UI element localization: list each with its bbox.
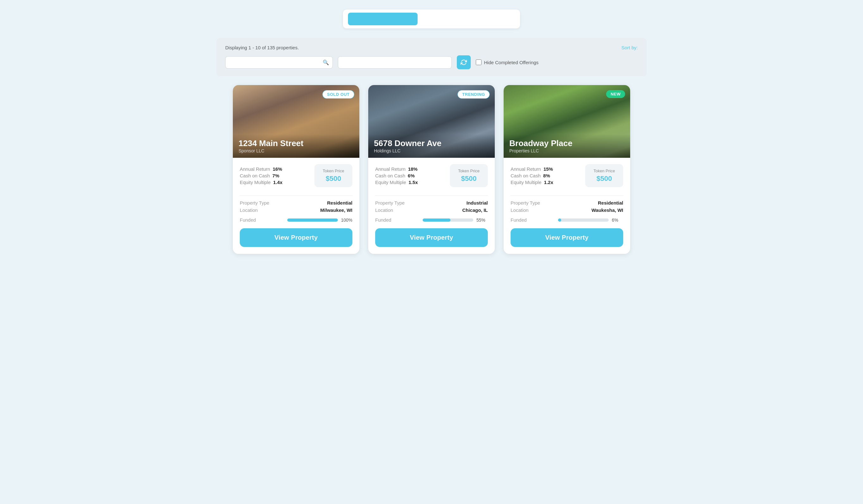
location-row: Location Chicago, IL bbox=[375, 207, 488, 213]
card-property-details: Property Type Industrial Location Chicag… bbox=[375, 200, 488, 213]
hide-completed-checkbox[interactable] bbox=[476, 60, 481, 65]
refresh-button[interactable] bbox=[457, 55, 471, 69]
equity-multiple-label: Equity Multiple bbox=[511, 180, 541, 185]
card-footer: View Property bbox=[504, 228, 630, 254]
card-sponsor: Holdings LLC bbox=[374, 148, 489, 153]
property-card: TRENDING 5678 Downer Ave Holdings LLC An… bbox=[368, 85, 495, 254]
location-value: Milwaukee, WI bbox=[320, 207, 352, 213]
top-search-blue-block bbox=[348, 13, 417, 25]
card-divider bbox=[511, 196, 623, 196]
property-type-value: Residential bbox=[327, 200, 352, 205]
annual-return-row: Annual Return 18% bbox=[375, 166, 418, 172]
token-price-box: Token Price $500 bbox=[450, 164, 488, 187]
location-label: Location bbox=[511, 207, 529, 213]
equity-multiple-row: Equity Multiple 1.2x bbox=[511, 180, 553, 185]
equity-multiple-value: 1.4x bbox=[273, 180, 283, 185]
equity-multiple-row: Equity Multiple 1.5x bbox=[375, 180, 418, 185]
card-title-area: 1234 Main Street Sponsor LLC bbox=[233, 134, 359, 158]
card-stats: Annual Return 16% Cash on Cash 7% Equity… bbox=[240, 166, 283, 185]
cash-on-cash-value: 7% bbox=[272, 173, 279, 178]
equity-multiple-label: Equity Multiple bbox=[240, 180, 271, 185]
card-property-details: Property Type Residential Location Wauke… bbox=[511, 200, 623, 213]
card-property-name: Broadway Place bbox=[509, 138, 624, 148]
location-label: Location bbox=[240, 207, 258, 213]
property-type-label: Property Type bbox=[375, 200, 404, 205]
annual-return-value: 15% bbox=[543, 166, 553, 172]
card-image-wrap: NEW Broadway Place Properties LLC bbox=[504, 85, 630, 158]
token-price-label: Token Price bbox=[457, 168, 481, 173]
funded-row: Funded 55% bbox=[375, 217, 488, 223]
annual-return-value: 18% bbox=[408, 166, 417, 172]
card-metrics: Annual Return 18% Cash on Cash 6% Equity… bbox=[375, 164, 488, 187]
property-type-value: Residential bbox=[598, 200, 623, 205]
filter-bar: Displaying 1 - 10 of 135 properties. Sor… bbox=[216, 38, 647, 76]
cards-grid: SOLD OUT 1234 Main Street Sponsor LLC An… bbox=[210, 85, 653, 254]
card-divider bbox=[240, 196, 352, 196]
funded-row: Funded 100% bbox=[240, 217, 352, 223]
annual-return-value: 16% bbox=[273, 166, 282, 172]
token-price-label: Token Price bbox=[592, 168, 616, 173]
property-card: NEW Broadway Place Properties LLC Annual… bbox=[504, 85, 630, 254]
funded-bar-fill bbox=[423, 218, 450, 222]
cash-on-cash-row: Cash on Cash 7% bbox=[240, 173, 283, 178]
card-body: Annual Return 15% Cash on Cash 8% Equity… bbox=[504, 158, 630, 228]
card-title-area: Broadway Place Properties LLC bbox=[504, 134, 630, 158]
cash-on-cash-row: Cash on Cash 8% bbox=[511, 173, 553, 178]
filter-dropdown[interactable] bbox=[338, 56, 452, 68]
funded-row: Funded 6% bbox=[511, 217, 623, 223]
annual-return-row: Annual Return 16% bbox=[240, 166, 283, 172]
card-sponsor: Sponsor LLC bbox=[239, 148, 354, 153]
funded-label: Funded bbox=[240, 217, 256, 223]
property-type-label: Property Type bbox=[240, 200, 269, 205]
card-body: Annual Return 18% Cash on Cash 6% Equity… bbox=[368, 158, 495, 228]
card-body: Annual Return 16% Cash on Cash 7% Equity… bbox=[233, 158, 359, 228]
location-row: Location Milwaukee, WI bbox=[240, 207, 352, 213]
location-row: Location Waukesha, WI bbox=[511, 207, 623, 213]
equity-multiple-value: 1.2x bbox=[544, 180, 553, 185]
card-property-name: 1234 Main Street bbox=[239, 138, 354, 148]
card-image-wrap: SOLD OUT 1234 Main Street Sponsor LLC bbox=[233, 85, 359, 158]
view-property-button[interactable]: View Property bbox=[511, 228, 623, 247]
funded-bar-bg bbox=[423, 218, 473, 222]
token-price-value: $500 bbox=[457, 175, 481, 183]
location-value: Chicago, IL bbox=[462, 207, 488, 213]
card-stats: Annual Return 15% Cash on Cash 8% Equity… bbox=[511, 166, 553, 185]
top-search-bar bbox=[6, 10, 857, 28]
token-price-box: Token Price $500 bbox=[585, 164, 623, 187]
funded-bar-bg bbox=[287, 218, 338, 222]
annual-return-label: Annual Return bbox=[375, 166, 405, 172]
view-property-button[interactable]: View Property bbox=[240, 228, 352, 247]
refresh-icon bbox=[461, 59, 467, 65]
top-search-container bbox=[343, 10, 520, 28]
cash-on-cash-value: 8% bbox=[543, 173, 550, 178]
location-value: Waukesha, WI bbox=[591, 207, 623, 213]
card-sponsor: Properties LLC bbox=[509, 148, 624, 153]
token-price-label: Token Price bbox=[322, 168, 346, 173]
property-type-row: Property Type Residential bbox=[511, 200, 623, 205]
funded-percent: 100% bbox=[341, 217, 352, 223]
card-badge: NEW bbox=[606, 90, 625, 98]
card-title-area: 5678 Downer Ave Holdings LLC bbox=[368, 134, 495, 158]
search-icon: 🔍 bbox=[323, 60, 329, 65]
funded-bar-wrap: 6% bbox=[558, 217, 623, 223]
view-property-button[interactable]: View Property bbox=[375, 228, 488, 247]
location-label: Location bbox=[375, 207, 393, 213]
funded-bar-wrap: 100% bbox=[287, 217, 352, 223]
funded-bar-fill bbox=[287, 218, 338, 222]
sort-by-label[interactable]: Sort by: bbox=[621, 45, 638, 50]
card-footer: View Property bbox=[233, 228, 359, 254]
equity-multiple-value: 1.5x bbox=[409, 180, 418, 185]
card-property-name: 5678 Downer Ave bbox=[374, 138, 489, 148]
annual-return-row: Annual Return 15% bbox=[511, 166, 553, 172]
card-footer: View Property bbox=[368, 228, 495, 254]
filter-search-input[interactable] bbox=[225, 56, 333, 68]
card-property-details: Property Type Residential Location Milwa… bbox=[240, 200, 352, 213]
hide-completed-label[interactable]: Hide Completed Offerings bbox=[476, 60, 538, 65]
top-search-input[interactable] bbox=[421, 16, 515, 22]
card-stats: Annual Return 18% Cash on Cash 6% Equity… bbox=[375, 166, 418, 185]
cash-on-cash-label: Cash on Cash bbox=[240, 173, 270, 178]
property-type-row: Property Type Residential bbox=[240, 200, 352, 205]
funded-label: Funded bbox=[511, 217, 527, 223]
property-type-row: Property Type Industrial bbox=[375, 200, 488, 205]
token-price-value: $500 bbox=[592, 175, 616, 183]
